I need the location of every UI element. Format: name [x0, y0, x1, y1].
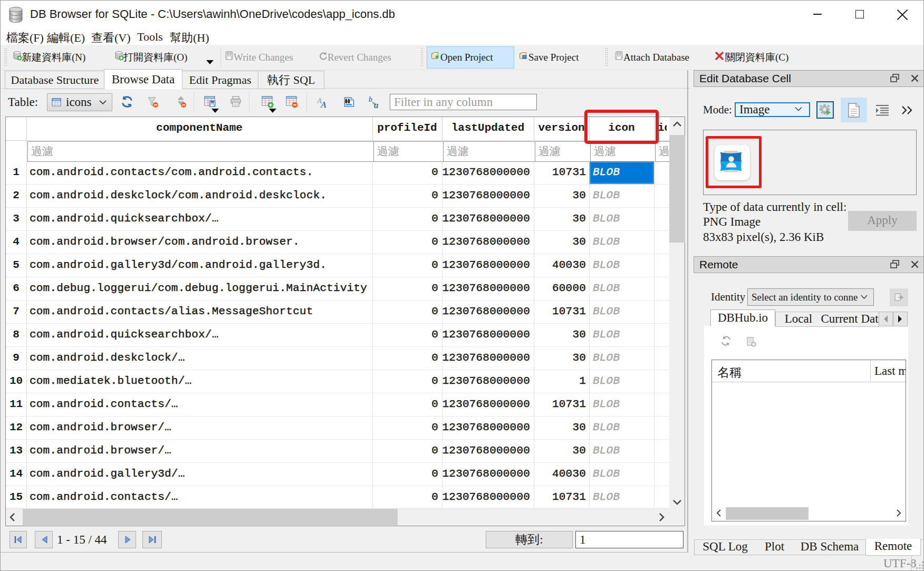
svg-text:A: A	[320, 100, 326, 108]
svg-text:b: b	[369, 95, 372, 103]
